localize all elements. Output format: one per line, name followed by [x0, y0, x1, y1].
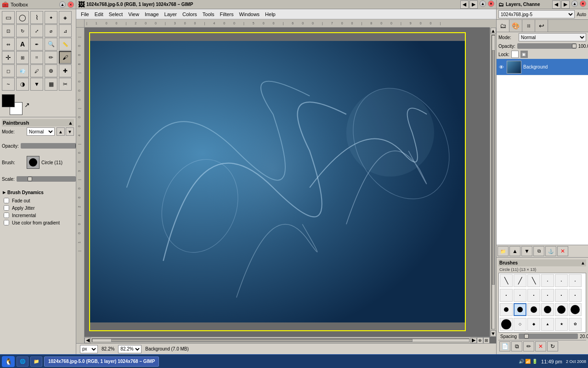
layer-file-select[interactable]: 1024x768.jpg-5	[498, 10, 575, 18]
taskbar-gimp-item[interactable]: 1024x768.jpg-5.0 (RGB, 1 layer) 1024x768…	[44, 356, 159, 367]
menu-select[interactable]: Select	[106, 11, 126, 18]
brush-item-2[interactable]: ╱	[514, 274, 526, 287]
brush-item-8[interactable]: •	[514, 289, 526, 302]
paintbrush-collapse-btn[interactable]: ▲	[68, 120, 73, 126]
scroll-up-btn[interactable]: ▲	[491, 28, 496, 34]
swap-colors-icon[interactable]: ↗	[24, 101, 30, 109]
mode-next-btn[interactable]: ▼	[66, 127, 74, 136]
brush-item-13[interactable]	[500, 303, 513, 316]
tool-align[interactable]: ⊞	[16, 51, 29, 64]
tool-airbrush[interactable]: 💨	[16, 64, 29, 77]
tool-shear[interactable]: ⌀	[45, 24, 57, 37]
menu-help[interactable]: Help	[262, 11, 278, 18]
brush-edit-btn[interactable]: ✏	[523, 341, 534, 351]
menu-image[interactable]: Image	[142, 11, 162, 18]
canvas-nav-prev[interactable]: ◀	[460, 0, 469, 9]
menu-tools[interactable]: Tools	[200, 11, 217, 18]
tool-ink[interactable]: 🖊	[30, 64, 43, 77]
brush-item-17[interactable]	[555, 303, 568, 316]
menu-edit[interactable]: Edit	[92, 11, 106, 18]
tool-magnify[interactable]: 🔍	[45, 38, 57, 51]
scrollbar-track-v[interactable]	[492, 35, 495, 329]
taskbar-item-browser[interactable]: 🌐	[17, 356, 28, 367]
tab-channels[interactable]: 🎨	[509, 20, 522, 32]
start-btn[interactable]: 🐧	[2, 356, 15, 367]
brush-item-24[interactable]: ✿	[569, 318, 582, 331]
tool-fuzzy-select[interactable]: ✦	[45, 11, 57, 24]
anchor-layer-btn[interactable]: ⚓	[545, 246, 556, 256]
tool-blend[interactable]: ▦	[45, 78, 57, 91]
brush-new-btn[interactable]: 📄	[499, 341, 510, 351]
layer-down-btn[interactable]: ▼	[521, 246, 532, 256]
brush-delete-btn[interactable]: ✕	[535, 341, 546, 351]
layers-nav-prev[interactable]: ◀	[552, 0, 560, 9]
tab-paths[interactable]: ⌗	[522, 20, 535, 32]
menu-colors[interactable]: Colors	[180, 11, 200, 18]
scrollbar-thumb-h[interactable]	[111, 339, 413, 342]
brush-item-21[interactable]: ◆	[527, 318, 540, 331]
toolbox-minimize-btn[interactable]: ▲	[59, 1, 66, 8]
tool-eraser[interactable]: ◻	[2, 64, 15, 77]
mode-prev-btn[interactable]: ▲	[57, 127, 65, 136]
spacing-slider[interactable]	[519, 334, 578, 339]
brushes-collapse-btn[interactable]: ▲	[581, 260, 585, 265]
tool-rect-select[interactable]: ▭	[2, 11, 15, 24]
brush-refresh-btn[interactable]: ↻	[547, 341, 558, 351]
use-color-gradient-checkbox[interactable]	[4, 220, 9, 225]
brush-duplicate-btn[interactable]: ⧉	[511, 341, 522, 351]
brush-item-9[interactable]: •	[527, 289, 540, 302]
fg-color-swatch[interactable]	[2, 94, 15, 107]
tool-perspective[interactable]: ⊿	[59, 24, 72, 37]
brush-item-10[interactable]: •	[541, 289, 554, 302]
opacity-slider[interactable]	[21, 143, 76, 149]
zoom-fit-btn[interactable]: ⊕	[477, 337, 483, 344]
canvas-close-btn[interactable]: ×	[488, 0, 494, 7]
mode-select[interactable]: Normal Dissolve Multiply Screen	[27, 127, 55, 136]
brush-dynamics-toggle[interactable]: ▶ Brush Dynamics	[2, 189, 74, 196]
delete-layer-btn[interactable]: ✕	[557, 246, 568, 256]
tool-paths[interactable]: ⌗	[30, 51, 43, 64]
tool-measure[interactable]: 📏	[59, 38, 72, 51]
brush-item-15[interactable]	[527, 303, 540, 316]
brush-item-16[interactable]	[541, 303, 554, 316]
unit-select[interactable]: px mm in	[80, 345, 98, 353]
menu-layer[interactable]: Layer	[162, 11, 180, 18]
tool-flip[interactable]: ⇔	[2, 38, 15, 51]
tool-smudge[interactable]: ~	[2, 78, 15, 91]
vertical-scrollbar[interactable]: ▲ ▼	[490, 28, 496, 337]
layer-mode-select[interactable]: Normal Dissolve Multiply	[519, 33, 586, 41]
scroll-right-btn[interactable]: ▶	[470, 338, 477, 343]
tool-scale[interactable]: ⤢	[30, 24, 43, 37]
brush-item-23[interactable]: ★	[555, 318, 568, 331]
zoom-select[interactable]: 82.2% 100% 50%	[118, 345, 141, 353]
brush-item-14[interactable]	[514, 303, 526, 316]
menu-windows[interactable]: Windows	[236, 11, 262, 18]
tool-by-color[interactable]: ◈	[59, 11, 72, 24]
tab-undo[interactable]: ↩	[535, 20, 548, 32]
tool-text[interactable]: A	[16, 38, 29, 51]
brush-item-7[interactable]: •	[500, 289, 513, 302]
brush-item-1[interactable]: ╲	[500, 274, 513, 287]
brush-item-3[interactable]: ╲	[527, 274, 540, 287]
menu-view[interactable]: View	[125, 11, 142, 18]
canvas-minimize-btn[interactable]: ▲	[480, 0, 486, 7]
menu-file[interactable]: File	[78, 11, 92, 18]
scale-slider[interactable]	[17, 176, 76, 182]
tool-bucket-fill[interactable]: ▼	[30, 78, 43, 91]
canvas-nav-next[interactable]: ▶	[469, 0, 478, 9]
tool-heal[interactable]: ✚	[59, 64, 72, 77]
tab-layers[interactable]: 🗂	[497, 20, 509, 32]
apply-jitter-checkbox[interactable]	[4, 205, 9, 211]
brush-item-11[interactable]: •	[555, 289, 568, 302]
layer-lock-paint[interactable]: ▣	[520, 51, 528, 58]
layer-visibility-icon[interactable]: 👁	[498, 63, 505, 71]
zoom-out-btn[interactable]: ⊞	[483, 337, 490, 344]
brush-item-18[interactable]	[569, 303, 582, 316]
tool-dodge-burn[interactable]: ◑	[16, 78, 29, 91]
brush-item-19[interactable]	[500, 318, 513, 331]
brush-preview[interactable]	[27, 156, 40, 169]
layers-nav-next[interactable]: ▶	[561, 0, 570, 9]
layer-lock-alpha[interactable]	[511, 51, 519, 58]
menu-filters[interactable]: Filters	[217, 11, 237, 18]
tool-scissors[interactable]: ✂	[59, 78, 72, 91]
